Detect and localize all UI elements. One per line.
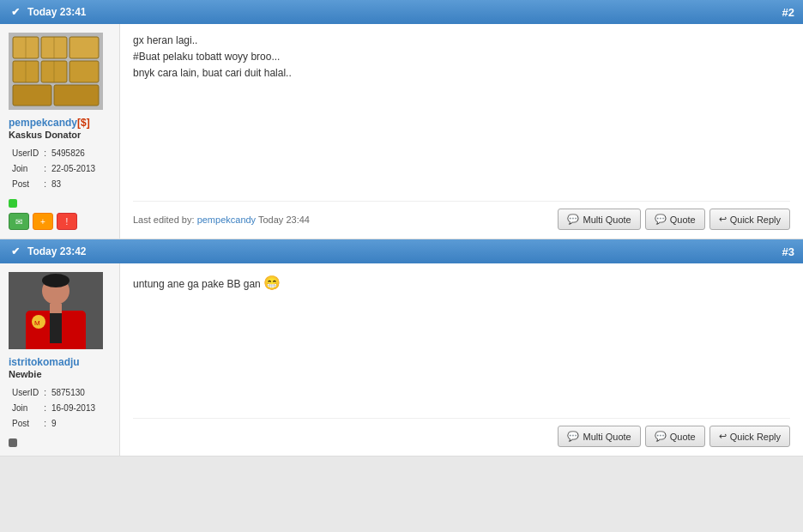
post-2-header: ✔ Today 23:41 #2	[0, 0, 803, 24]
post-2-action-icons: ✉ + !	[9, 213, 77, 230]
post-2-footer: Last edited by: pempekcandy Today 23:44 …	[133, 201, 790, 230]
posts-container: ✔ Today 23:41 #2	[0, 0, 803, 456]
svg-rect-6	[69, 61, 99, 82]
post-2-number: #2	[782, 6, 794, 19]
quick-reply-icon: ↩	[719, 214, 727, 225]
post-3-footer: 💬 Multi Quote 💬 Quote ↩ Quick Reply	[133, 418, 790, 447]
quick-reply-button-3[interactable]: ↩ Quick Reply	[709, 426, 790, 447]
post-2-text: gx heran lagi.. #Buat pelaku tobatt woyy…	[133, 33, 790, 201]
post-3-user-title: Newbie	[9, 369, 42, 379]
post-3-header-left: ✔ Today 23:42	[9, 245, 86, 258]
post-3-user-column: M istritokomadju Newbie UserID : 5875130	[0, 263, 120, 456]
post-2-last-edited: Last edited by: pempekcandy Today 23:44	[133, 215, 310, 225]
multi-quote-icon: 💬	[567, 214, 579, 225]
post-2-buttons: 💬 Multi Quote 💬 Quote ↩ Quick Reply	[558, 209, 790, 230]
post-3-username[interactable]: istritokomadju	[9, 356, 80, 368]
post-2-edited-by-link[interactable]: pempekcandy	[197, 215, 257, 225]
multi-quote-icon-3: 💬	[567, 431, 579, 442]
svg-rect-17	[50, 304, 62, 314]
post-3: ✔ Today 23:42 #3	[0, 239, 803, 456]
post-3-content: untung ane ga pake BB gan 😁 💬 Multi Quot…	[120, 263, 803, 456]
report-icon[interactable]: !	[57, 213, 77, 230]
svg-rect-18	[50, 313, 62, 343]
svg-point-15	[42, 274, 69, 287]
multi-quote-button[interactable]: 💬 Multi Quote	[558, 209, 640, 230]
post-2-user-title: Kaskus Donator	[9, 130, 81, 140]
svg-text:M: M	[34, 319, 40, 327]
post-2-user-info: UserID : 5495826 Join : 22-05-2013 Post …	[9, 145, 99, 193]
post-3-header: ✔ Today 23:42 #3	[0, 239, 803, 263]
post-2-body: pempekcandy[$] Kaskus Donator UserID : 5…	[0, 24, 803, 239]
post-3-timestamp: Today 23:42	[27, 245, 86, 257]
post-2-content: gx heran lagi.. #Buat pelaku tobatt woyy…	[120, 24, 803, 239]
post-3-online-status	[9, 438, 17, 447]
checkmark-icon-3: ✔	[9, 245, 22, 258]
post-2-avatar	[9, 33, 103, 110]
post-2-timestamp: Today 23:41	[27, 6, 86, 18]
add-friend-icon[interactable]: +	[33, 213, 53, 230]
svg-rect-7	[13, 85, 51, 106]
quote-icon-3: 💬	[655, 431, 667, 442]
post-3-user-info: UserID : 5875130 Join : 16-09-2013 Post …	[9, 384, 99, 432]
svg-rect-3	[69, 37, 99, 58]
post-3-avatar: M	[9, 272, 103, 349]
quote-button[interactable]: 💬 Quote	[645, 209, 705, 230]
post-2-username[interactable]: pempekcandy[$]	[9, 117, 90, 129]
svg-rect-8	[54, 85, 99, 106]
post-2-user-column: pempekcandy[$] Kaskus Donator UserID : 5…	[0, 24, 120, 239]
quote-button-3[interactable]: 💬 Quote	[645, 426, 705, 447]
post-3-number: #3	[782, 245, 794, 258]
post-3-text: untung ane ga pake BB gan 😁	[133, 272, 790, 418]
post-3-buttons: 💬 Multi Quote 💬 Quote ↩ Quick Reply	[558, 426, 790, 447]
quick-reply-icon-3: ↩	[719, 431, 727, 442]
checkmark-icon: ✔	[9, 5, 22, 19]
post-2-online-status	[9, 199, 17, 208]
grin-emoji: 😁	[263, 275, 281, 290]
post-3-body: M istritokomadju Newbie UserID : 5875130	[0, 263, 803, 456]
post-2: ✔ Today 23:41 #2	[0, 0, 803, 239]
multi-quote-button-3[interactable]: 💬 Multi Quote	[558, 426, 640, 447]
quick-reply-button[interactable]: ↩ Quick Reply	[709, 209, 790, 230]
send-message-icon[interactable]: ✉	[9, 213, 29, 230]
quote-icon: 💬	[655, 214, 667, 225]
post-2-header-left: ✔ Today 23:41	[9, 5, 86, 19]
